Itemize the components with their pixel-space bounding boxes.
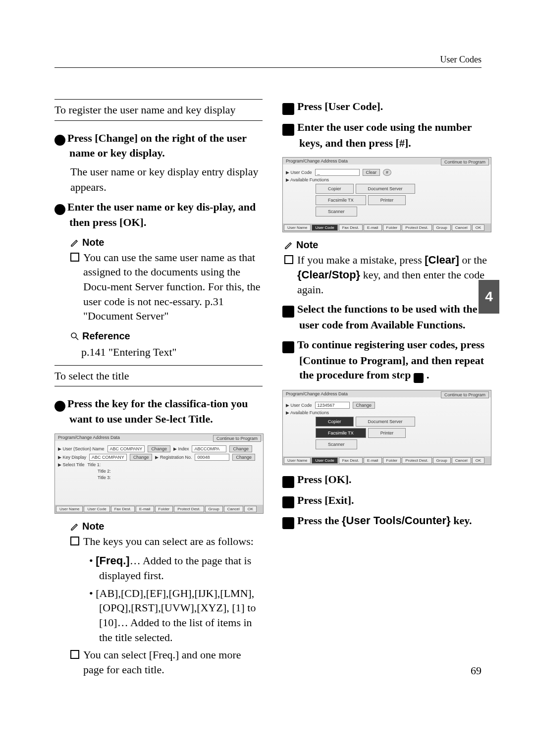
- scr1-t2: Title 2:: [98, 469, 111, 474]
- step-9-marker: 9: [282, 306, 294, 318]
- note-1: You can use the same user name as that a…: [70, 250, 263, 324]
- scr2-ucode-field[interactable]: _: [315, 169, 360, 176]
- scr2-tab-2[interactable]: Fax Dest.: [339, 224, 363, 231]
- note-right: If you make a mistake, press [Clear] or …: [284, 253, 490, 297]
- step-11-marker: 11: [282, 476, 294, 488]
- scr3-tab-8[interactable]: OK: [472, 457, 485, 464]
- scr1-tab-0[interactable]: User Name: [56, 506, 83, 512]
- scr2-tab-0[interactable]: User Name: [284, 224, 311, 231]
- scr2-clear-btn[interactable]: Clear: [363, 169, 380, 176]
- scr1-change-btn-1b[interactable]: Change: [229, 445, 252, 452]
- scr1-tab-7[interactable]: Cancel: [224, 506, 243, 512]
- note-bullet-icon: [284, 255, 293, 264]
- right-column: 7Press [User Code]. 8Enter the user code…: [282, 94, 490, 682]
- scr2-ucode-lbl: ▶ User Code: [286, 170, 312, 175]
- scr3-tab-3[interactable]: E-mail: [364, 457, 382, 464]
- scr3-func-4[interactable]: Scanner: [316, 439, 357, 449]
- step-1-text: Press [Change] on the right of the user …: [67, 132, 247, 159]
- sub-bullet-freq: • [Freq.]… Added to the page that is dis…: [89, 553, 263, 583]
- scr1-regnum-lbl: ▶ Registration No.: [155, 455, 192, 460]
- scr3-continue[interactable]: Continue to Program: [441, 391, 489, 398]
- step-1: APress [Change] on the right of the user…: [54, 131, 263, 161]
- scr1-select-title-lbl: ▶ Select Title: [58, 462, 85, 467]
- screenshot-user-code: Program/Change Address Data Continue to …: [282, 157, 491, 232]
- step-13: 13Press the {User Tools/Counter} key.: [282, 513, 490, 529]
- step-12: 12Press [Exit].: [282, 493, 490, 509]
- scr3-tab-5[interactable]: Protect Dest.: [402, 457, 431, 464]
- step-2-text: Enter the user name or key dis-play, and…: [67, 201, 256, 228]
- scr1-continue[interactable]: Continue to Program: [213, 435, 261, 442]
- scr1-tab-1[interactable]: User Code: [84, 506, 109, 512]
- scr3-tab-1[interactable]: User Code: [312, 457, 337, 464]
- scr1-change-btn-1[interactable]: Change: [148, 445, 170, 452]
- scr3-func-0[interactable]: Copier: [316, 417, 354, 427]
- scr2-tab-6[interactable]: Group: [433, 224, 451, 231]
- scr1-index-field[interactable]: ABCCOMPA: [192, 445, 226, 452]
- note-bullet-icon: [70, 537, 79, 545]
- header-category: User Codes: [440, 54, 482, 65]
- scr3-func-1[interactable]: Document Server: [356, 417, 415, 427]
- scr2-func-1[interactable]: Document Server: [356, 184, 415, 194]
- scr3-tab-2[interactable]: Fax Dest.: [339, 457, 363, 464]
- note-heading-2: Note: [70, 521, 263, 532]
- step-3-marker: A: [54, 401, 65, 412]
- step-11: 11Press [OK].: [282, 472, 490, 488]
- scr3-tab-6[interactable]: Group: [433, 457, 451, 464]
- scr2-tab-3[interactable]: E-mail: [364, 224, 382, 231]
- scr3-ucode-lbl: ▶ User Code: [286, 403, 312, 408]
- scr3-ucode-field[interactable]: 1234567: [315, 402, 350, 409]
- step-12-marker: 12: [282, 496, 294, 508]
- step-ref-6: 6: [414, 373, 424, 383]
- header-rule: [54, 67, 482, 68]
- scr2-tab-4[interactable]: Folder: [383, 224, 401, 231]
- scr3-func-3[interactable]: Printer: [368, 428, 406, 438]
- step-3-text: Press the key for the classifica-tion yo…: [67, 397, 248, 425]
- pencil-icon: [70, 522, 79, 531]
- scr1-t3: Title 3:: [98, 475, 111, 480]
- scr1-change-btn-2b[interactable]: Change: [232, 454, 255, 461]
- note-bullet-icon: [70, 253, 79, 262]
- scr2-func-2[interactable]: Facsimile TX: [316, 195, 366, 205]
- scr3-func-2[interactable]: Facsimile TX: [316, 428, 366, 438]
- scr2-tab-1[interactable]: User Code: [312, 224, 337, 231]
- svg-point-0: [71, 333, 76, 338]
- scr1-tab-2[interactable]: Fax Dest.: [111, 506, 135, 512]
- scr2-func-3[interactable]: Printer: [368, 195, 406, 205]
- reference-heading: Reference: [70, 330, 263, 342]
- svg-line-1: [76, 337, 78, 340]
- scr3-tab-7[interactable]: Cancel: [452, 457, 471, 464]
- scr1-regnum-field[interactable]: 00048: [195, 454, 229, 461]
- step-10-marker: 10: [282, 341, 294, 353]
- scr2-continue[interactable]: Continue to Program: [441, 159, 489, 165]
- scr2-tab-7[interactable]: Cancel: [452, 224, 471, 231]
- scr1-tab-4[interactable]: Folder: [155, 506, 173, 512]
- section-title-register: To register the user name and key displa…: [54, 99, 263, 121]
- note-heading-right: Note: [284, 239, 490, 251]
- scr1-t1: Title 1:: [88, 462, 101, 467]
- step-8-marker: 8: [282, 124, 294, 136]
- scr1-index-lbl: ▶ Index: [173, 446, 189, 451]
- reference-text: p.141 "Entering Text": [81, 345, 263, 360]
- screenshot-select-title: Program/Change Address Data Continue to …: [54, 433, 264, 514]
- scr1-keydisp-field[interactable]: ABC COMPANY: [89, 454, 127, 461]
- scr1-keydisp-lbl: ▶ Key Display: [58, 455, 86, 460]
- scr2-tab-5[interactable]: Protect Dest.: [402, 224, 431, 231]
- pencil-icon: [284, 241, 293, 250]
- scr1-user-name-field[interactable]: ABC COMPANY: [107, 445, 145, 452]
- scr3-tab-0[interactable]: User Name: [284, 457, 311, 464]
- scr1-tab-8[interactable]: OK: [244, 506, 257, 512]
- scr2-tab-8[interactable]: OK: [472, 224, 485, 231]
- scr2-hash-btn[interactable]: #: [383, 169, 391, 176]
- scr2-func-4[interactable]: Scanner: [316, 207, 357, 216]
- scr3-change-btn[interactable]: Change: [353, 402, 375, 409]
- two-column-body: To register the user name and key displa…: [54, 94, 490, 682]
- scr1-change-btn-2[interactable]: Change: [130, 454, 153, 461]
- scr2-func-0[interactable]: Copier: [316, 184, 354, 194]
- scr3-tab-4[interactable]: Folder: [383, 457, 401, 464]
- note-heading: Note: [70, 237, 263, 248]
- scr1-tab-6[interactable]: Group: [205, 506, 223, 512]
- step-7: 7Press [User Code].: [282, 99, 490, 115]
- scr1-tab-5[interactable]: Protect Dest.: [174, 506, 204, 512]
- note-2a: The keys you can select are as follows:: [70, 534, 263, 549]
- scr1-tab-3[interactable]: E-mail: [136, 506, 154, 512]
